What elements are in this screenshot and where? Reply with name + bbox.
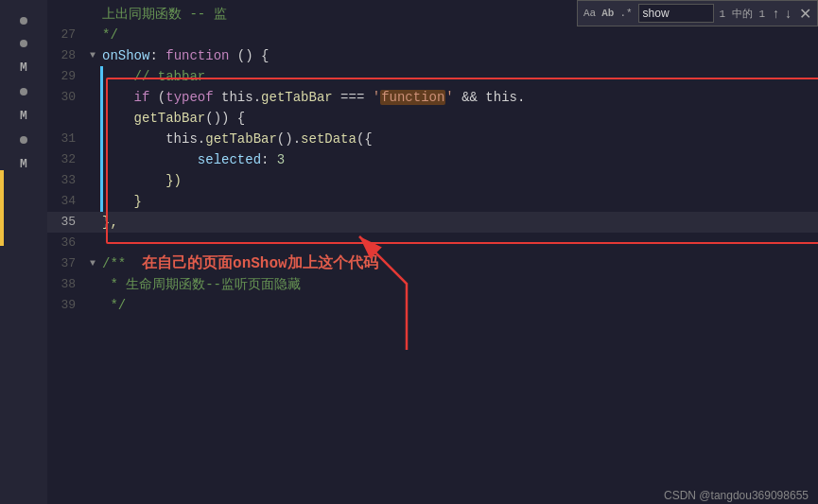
sidebar-letter-m1: M [20,61,27,75]
line-highlight-bar-29 [100,66,103,87]
search-bar: Aa Ab .* 1 中的 1 ↑ ↓ ✕ [577,0,818,26]
line-content-27: */ [100,25,818,45]
editor-area: Aa Ab .* 1 中的 1 ↑ ↓ ✕ 上出同期函数 -- 监 27 */ … [47,0,818,504]
search-ab-label: Ab [601,8,614,19]
line-highlight-bar-34 [100,191,103,212]
line-content-38: * 生命周期函数--监听页面隐藏 [100,274,818,295]
line-content-28: onShow: function () { [100,45,818,66]
line-number-29: 29 [47,66,85,87]
sidebar-yellow-bar [0,170,4,246]
line-30: 30 if (typeof this.getTabBar === 'functi… [47,87,818,108]
line-35: 35 }, [47,212,818,233]
line-highlight-bar-30 [100,87,103,108]
sidebar-letter-m3: M [20,157,27,171]
line-content-34: } [100,191,818,212]
search-navigation: ↑ ↓ [771,6,793,21]
line-highlight-bar-32 [100,149,103,170]
line-number-36: 36 [47,233,85,253]
sidebar-dot-4 [20,136,27,144]
line-content-39: */ [100,295,818,316]
line-highlight-bar-33 [100,170,103,191]
line-34: 34 } [47,191,818,212]
line-37: 37 ▼ /** 在自己的页面onShow加上这个代码 [47,253,818,274]
line-number-31: 31 [47,129,85,149]
line-content-29: // tabbar [100,66,818,87]
sidebar-letter-m2: M [20,109,27,123]
search-star-label: .* [619,8,632,19]
csdn-credit: CSDN @tangdou369098655 [664,489,809,502]
line-arrow-37: ▼ [85,253,100,274]
line-number-34: 34 [47,191,85,212]
line-27: 27 */ [47,25,818,45]
line-number-27: 27 [47,25,85,45]
line-number-30: 30 [47,87,85,108]
search-count: 1 中的 1 [720,7,765,21]
search-aa-label: Aa [583,8,596,19]
line-31: 31 this.getTabBar().setData({ [47,129,818,149]
line-38: 38 * 生命周期函数--监听页面隐藏 [47,274,818,295]
sidebar-dot-3 [20,88,27,96]
search-input[interactable] [638,4,714,23]
search-close-button[interactable]: ✕ [799,5,811,23]
line-32: 32 selected: 3 [47,149,818,170]
line-highlight-bar-31 [100,129,103,149]
line-39: 39 */ [47,295,818,316]
line-33: 33 }) [47,170,818,191]
line-number-35: 35 [47,212,85,233]
line-number-37: 37 [47,253,85,274]
line-content-33: }) [100,170,818,191]
sidebar-dot-2 [20,40,27,47]
line-number-38: 38 [47,274,85,295]
line-content-30: if (typeof this.getTabBar === 'function'… [100,87,818,108]
line-28: 28 ▼ onShow: function () { [47,45,818,66]
line-29: 29 // tabbar [47,66,818,87]
line-number-33: 33 [47,170,85,191]
line-arrow-28: ▼ [85,45,100,66]
line-content-37: /** 在自己的页面onShow加上这个代码 [100,253,818,274]
line-number-28: 28 [47,45,85,66]
line-highlight-bar-30b [100,108,103,129]
line-30-continuation: getTabBar()) { [47,108,818,129]
code-area: 上出同期函数 -- 监 27 */ 28 ▼ onShow: function … [47,0,818,316]
sidebar-dot-1 [20,17,27,25]
search-prev-button[interactable]: ↑ [771,6,781,21]
line-number-39: 39 [47,295,85,316]
line-content-30b: getTabBar()) { [100,108,818,129]
line-content-35: }, [100,212,818,233]
search-next-button[interactable]: ↓ [783,6,793,21]
line-content-32: selected: 3 [100,149,818,170]
line-content-31: this.getTabBar().setData({ [100,129,818,149]
line-36: 36 [47,233,818,253]
line-number-32: 32 [47,149,85,170]
sidebar: M M M [0,0,47,504]
